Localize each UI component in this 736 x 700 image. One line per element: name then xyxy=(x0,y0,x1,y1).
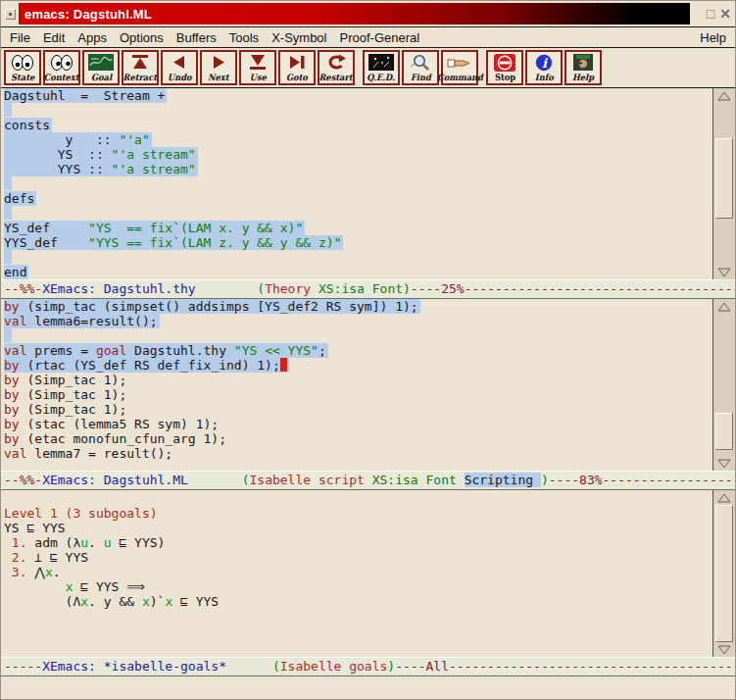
info-button[interactable]: iInfo xyxy=(525,50,563,85)
scroll-down-icon[interactable] xyxy=(713,457,735,470)
toolbar-button-label: Q.E.D. xyxy=(368,73,396,82)
undo-icon xyxy=(169,53,190,72)
menu-proof-general[interactable]: Proof-General xyxy=(339,30,419,45)
theory-mode-line: --%%-XEmacs: Dagstuhl.thy (Theory XS:isa… xyxy=(1,279,735,299)
buffer-line[interactable] xyxy=(4,103,712,118)
buffer-line[interactable]: consts xyxy=(4,118,712,132)
text-segment: ) xyxy=(541,473,549,487)
menu-apps[interactable]: Apps xyxy=(77,30,107,45)
buffer-line[interactable]: 1. adm (λu. u ⊑ YYS) xyxy=(4,535,712,550)
text-segment: ----83%---------------------------------… xyxy=(549,473,735,487)
locked-region-highlight: consts xyxy=(4,118,52,132)
menu-edit[interactable]: Edit xyxy=(43,30,65,45)
text-segment: (Simp_tac 1); xyxy=(20,373,127,387)
text-segment: XS:isa Font xyxy=(365,473,465,487)
command-button[interactable]: Command xyxy=(441,50,478,85)
text-segment: ----25%---------------------------------… xyxy=(411,281,735,296)
buffer-line[interactable]: defs xyxy=(4,191,712,206)
buffer-line[interactable]: YS_def "YS == fix`(LAM x. y && x)" xyxy=(4,221,712,235)
scrollbar-thumb[interactable] xyxy=(715,505,733,641)
theory-buffer-text[interactable]: Dagstuhl = Stream +consts y :: "'a" YS :… xyxy=(1,88,712,279)
text-segment: "'a" xyxy=(119,132,149,147)
text-segment: lemma6=result(); xyxy=(26,314,157,328)
scroll-down-icon[interactable] xyxy=(713,266,735,278)
scroll-up-icon[interactable] xyxy=(713,89,735,102)
stop-button[interactable]: Stop xyxy=(486,50,523,85)
goals-scrollbar[interactable] xyxy=(712,490,735,657)
next-button[interactable]: Next xyxy=(200,50,237,85)
buffer-line[interactable]: val lemma7 = result(); xyxy=(4,446,712,461)
toolbar-button-label: State xyxy=(11,73,34,82)
text-segment: ; xyxy=(319,343,326,358)
goto-button[interactable]: Goto xyxy=(278,50,316,85)
buffer-line[interactable]: val lemma6=result(); xyxy=(4,314,712,328)
context-button[interactable]: Context xyxy=(43,50,80,85)
buffer-line[interactable]: YYS_def "YYS == fix`(LAM z. y && y && z)… xyxy=(4,235,712,250)
buffer-line[interactable] xyxy=(4,250,712,265)
buffer-line[interactable]: (Λx. y && x)`x ⊑ YYS xyxy=(4,594,712,609)
goals-buffer-text[interactable]: Level 1 (3 subgoals)YS ⊑ YYS 1. adm (λu.… xyxy=(1,490,712,657)
text-segment: "'a stream" xyxy=(112,147,196,162)
scrollbar-thumb[interactable] xyxy=(715,138,733,219)
toolbar-button-label: Restart xyxy=(319,73,353,82)
text-segment: "YYS == fix`(LAM z. y && y && z)" xyxy=(88,235,341,250)
buffer-line[interactable]: val prems = goal Dagstuhl.thy "YS << YYS… xyxy=(4,343,712,358)
buffer-line[interactable]: YS :: "'a stream" xyxy=(4,147,712,162)
buffer-line[interactable]: YYS :: "'a stream" xyxy=(4,162,712,176)
buffer-line[interactable]: by (Simp_tac 1); xyxy=(4,373,712,387)
window-menu-button[interactable] xyxy=(5,9,16,20)
find-button[interactable]: Find xyxy=(402,50,439,85)
buffer-line[interactable]: by (Simp_tac 1); xyxy=(4,387,712,402)
scroll-down-icon[interactable] xyxy=(713,643,735,656)
buffer-line[interactable]: by (rtac (YS_def RS def_fix_ind) 1); xyxy=(4,358,712,373)
script-scrollbar[interactable] xyxy=(712,299,735,471)
goal-image-icon xyxy=(88,53,114,72)
text-segment: by xyxy=(4,299,20,314)
buffer-line[interactable]: Dagstuhl = Stream + xyxy=(4,88,712,103)
buffer-line[interactable] xyxy=(4,491,712,506)
toolbar-button-label: Stop xyxy=(494,73,515,82)
buffer-line[interactable]: 3. ⋀x. xyxy=(4,565,712,579)
menu-file[interactable]: File xyxy=(10,30,30,45)
qed-button[interactable]: Q.E.D. xyxy=(363,50,400,85)
close-icon[interactable]: ✕ xyxy=(719,7,731,21)
theory-scrollbar[interactable] xyxy=(712,88,735,279)
buffer-line[interactable]: Level 1 (3 subgoals) xyxy=(4,506,712,521)
text-segment: YYS :: xyxy=(4,162,112,176)
buffer-line[interactable]: 2. ⊥ ⊑ YYS xyxy=(4,550,712,565)
buffer-line[interactable]: y :: "'a" xyxy=(4,132,712,147)
buffer-line[interactable]: end xyxy=(4,265,712,279)
menu-tools[interactable]: Tools xyxy=(229,30,259,45)
menu-options[interactable]: Options xyxy=(120,30,164,45)
scrollbar-thumb[interactable] xyxy=(715,413,733,451)
scroll-up-icon[interactable] xyxy=(713,300,735,313)
title-gradient: emacs: Dagstuhl.ML xyxy=(19,3,690,25)
goal-button[interactable]: Goal xyxy=(82,50,120,85)
maximize-icon[interactable]: □ xyxy=(707,7,714,21)
buffer-line[interactable]: x ⊑ YYS ⟹ xyxy=(4,579,712,594)
menu-buffers[interactable]: Buffers xyxy=(176,30,217,45)
script-window: by (simp_tac (simpset() addsimps [YS_def… xyxy=(1,299,735,471)
buffer-line[interactable]: by (Simp_tac 1); xyxy=(4,402,712,417)
buffer-line[interactable] xyxy=(4,328,712,343)
minibuffer-echo-area[interactable] xyxy=(1,676,735,699)
retract-button[interactable]: Retract xyxy=(122,50,159,85)
restart-button[interactable]: Restart xyxy=(318,50,355,85)
locked-region-highlight xyxy=(4,250,12,264)
help-button[interactable]: Help xyxy=(564,50,602,85)
text-segment: (Simp_tac 1); xyxy=(20,387,127,402)
menu-help[interactable]: Help xyxy=(700,30,726,45)
buffer-line[interactable]: by (stac (lemma5 RS sym) 1); xyxy=(4,417,712,431)
text-segment: ( xyxy=(272,659,280,674)
script-buffer-text[interactable]: by (simp_tac (simpset() addsimps [YS_def… xyxy=(1,299,712,471)
use-button[interactable]: Use xyxy=(239,50,276,85)
buffer-line[interactable] xyxy=(4,206,712,221)
state-button[interactable]: State xyxy=(4,50,41,85)
menu-x-symbol[interactable]: X-Symbol xyxy=(271,30,326,45)
buffer-line[interactable]: by (simp_tac (simpset() addsimps [YS_def… xyxy=(4,299,712,314)
scroll-up-icon[interactable] xyxy=(713,491,735,504)
buffer-line[interactable]: by (etac monofun_cfun_arg 1); xyxy=(4,431,712,446)
buffer-line[interactable]: YS ⊑ YYS xyxy=(4,521,712,535)
undo-button[interactable]: Undo xyxy=(161,50,198,85)
buffer-line[interactable] xyxy=(4,176,712,191)
